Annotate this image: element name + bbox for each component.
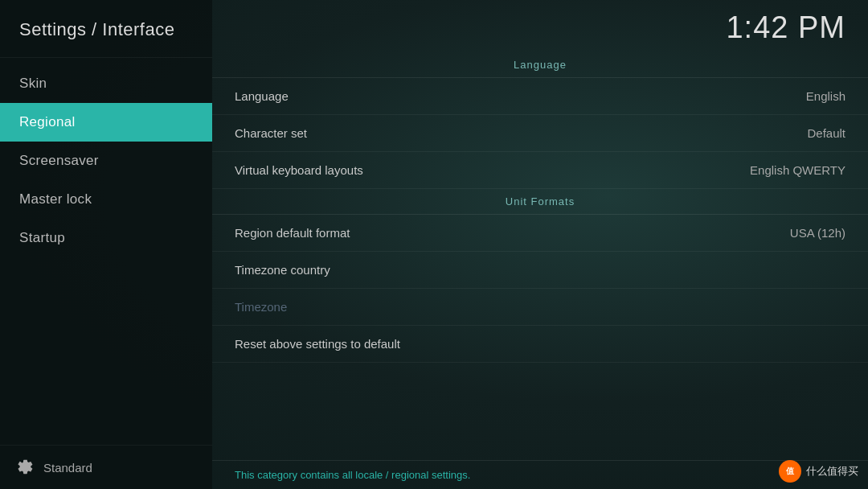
clock: 1:42 PM — [726, 10, 845, 45]
region-format-value: USA (12h) — [790, 226, 845, 240]
language-label: Language — [235, 89, 289, 103]
timezone-country-label: Timezone country — [235, 263, 330, 277]
unit-formats-section-header: Unit Formats — [212, 189, 868, 215]
language-row[interactable]: Language English — [212, 78, 868, 115]
keyboard-layouts-label: Virtual keyboard layouts — [235, 163, 363, 177]
watermark-text: 什么值得买 — [806, 464, 858, 479]
language-section-header: Language — [212, 52, 868, 78]
sidebar-item-regional[interactable]: Regional — [0, 103, 212, 142]
timezone-label: Timezone — [235, 300, 287, 314]
sidebar-item-skin[interactable]: Skin — [0, 64, 212, 103]
region-format-label: Region default format — [235, 226, 350, 240]
timezone-country-row[interactable]: Timezone country — [212, 252, 868, 289]
page-title: Settings / Interface — [0, 0, 212, 58]
standard-label: Standard — [43, 461, 92, 475]
watermark-badge: 值 — [779, 460, 801, 483]
character-set-row[interactable]: Character set Default — [212, 115, 868, 152]
reset-label: Reset above settings to default — [235, 337, 400, 351]
statusbar-text: This category contains all locale / regi… — [235, 469, 470, 481]
region-format-row[interactable]: Region default format USA (12h) — [212, 215, 868, 252]
main-content: 1:42 PM Language Language English Charac… — [212, 0, 868, 489]
sidebar-item-startup[interactable]: Startup — [0, 219, 212, 257]
settings-panel: Language Language English Character set … — [212, 52, 868, 460]
sidebar-footer: Standard — [0, 445, 212, 489]
language-value: English — [806, 89, 845, 103]
sidebar-item-master-lock[interactable]: Master lock — [0, 180, 212, 219]
sidebar: Settings / Interface Skin Regional Scree… — [0, 0, 212, 489]
watermark: 值 什么值得买 — [779, 460, 858, 483]
timezone-row: Timezone — [212, 289, 868, 326]
sidebar-item-screensaver[interactable]: Screensaver — [0, 142, 212, 180]
keyboard-layouts-row[interactable]: Virtual keyboard layouts English QWERTY — [212, 152, 868, 189]
gear-icon — [16, 458, 34, 476]
sidebar-nav: Skin Regional Screensaver Master lock St… — [0, 58, 212, 445]
statusbar: This category contains all locale / regi… — [212, 460, 868, 489]
character-set-label: Character set — [235, 126, 307, 140]
topbar: 1:42 PM — [212, 0, 868, 52]
character-set-value: Default — [807, 126, 845, 140]
reset-row[interactable]: Reset above settings to default — [212, 326, 868, 363]
keyboard-layouts-value: English QWERTY — [750, 163, 845, 177]
